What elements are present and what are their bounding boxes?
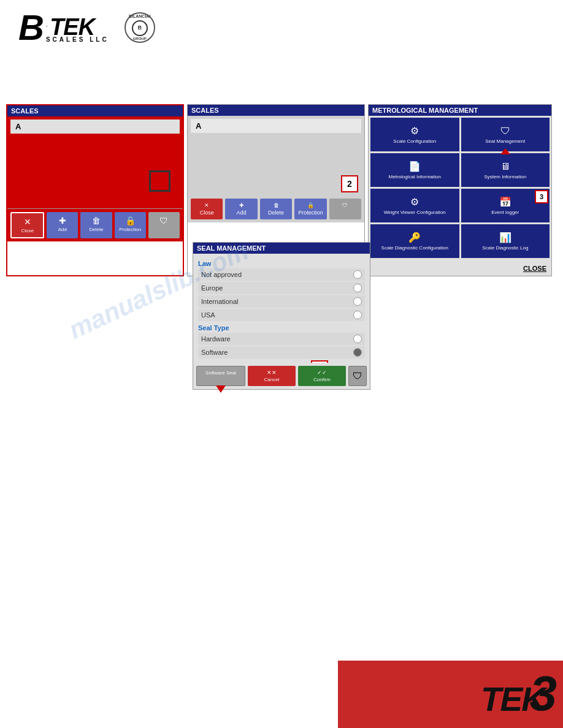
close-icon-mid	[204, 202, 209, 208]
add-icon	[59, 216, 66, 226]
shield-icon-metro	[500, 126, 510, 137]
scales-left-list: A	[7, 116, 183, 208]
scales-left-red	[10, 134, 180, 198]
metro-scale-config-btn[interactable]: Scale Configuration	[370, 118, 459, 151]
logo-dash: ·	[46, 23, 48, 29]
scales-left-close-btn[interactable]: Close	[10, 212, 44, 238]
panel-metro: METROLOGICAL MANAGEMENT Scale Configurat…	[368, 104, 552, 276]
scales-mid-header: SCALES	[188, 105, 364, 116]
seal-shield-icon: 🛡	[353, 371, 362, 381]
scale-config-label: Scale Configuration	[393, 138, 436, 144]
scales-mid-toolbar: Close Add Delete Protection	[188, 195, 364, 222]
seal-body: Law Not approved Europe International US…	[193, 254, 370, 363]
bilanciai-icon: B	[132, 20, 148, 36]
lock-icon	[125, 216, 136, 226]
seal-header: SEAL MANAGEMENT	[193, 243, 370, 254]
cancel-label: Cancel	[264, 377, 280, 382]
close-label: Close	[21, 228, 33, 233]
seal-not-approved-label: Not approved	[201, 271, 242, 278]
seal-europe-radio[interactable]	[353, 284, 362, 292]
close-icon	[24, 217, 31, 227]
header: B · TEK SCALES LLC BILANCIAI B GROUP	[18, 12, 155, 43]
seal-usa-radio[interactable]	[353, 311, 362, 319]
scales-left-item-a[interactable]: A	[10, 119, 180, 134]
arrow-up-icon	[500, 148, 510, 154]
bilanciai-text: BILANCIAI	[129, 14, 150, 19]
info-icon: 📄	[408, 161, 421, 172]
seal-software-label: Software	[201, 349, 228, 356]
scales-mid-shield-btn[interactable]	[329, 199, 361, 219]
metro-info-label: Metrological Information	[389, 174, 441, 180]
bilanciai-group: GROUP	[129, 37, 150, 41]
add-label: Add	[58, 227, 67, 232]
software-seal-btn[interactable]: Software Seal	[196, 366, 245, 386]
shield-icon	[159, 216, 168, 226]
seal-law-europe: Europe	[198, 282, 365, 294]
close-label-mid: Close	[200, 210, 214, 216]
seal-mgmt-label: Seal Management	[485, 138, 525, 144]
software-seal-label: Software Seal	[205, 370, 236, 376]
seal-international-label: International	[201, 298, 239, 305]
metro-close-btn[interactable]: CLOSE	[523, 265, 546, 272]
scales-mid-delete-btn[interactable]: Delete	[260, 199, 292, 219]
logo-b: B	[18, 12, 44, 42]
event-logger-icon: 📅	[499, 196, 511, 208]
metro-sys-info-btn[interactable]: 🖥 System Information	[461, 153, 550, 187]
metro-event-logger-btn[interactable]: 📅 Event logger 3	[461, 189, 550, 222]
lock-icon-mid	[307, 202, 314, 208]
scales-left-delete-btn[interactable]: Delete	[80, 212, 112, 238]
metro-weight-viewer-btn[interactable]: ⚙ Weight Viewer Configuration	[370, 189, 459, 222]
metro-scale-diag-config-btn[interactable]: 🔑 Scale Diagnostic Configuration	[370, 224, 459, 258]
confirm-label: Confirm	[313, 377, 331, 382]
metro-scale-diag-log-btn[interactable]: 📊 Scale Diagnostic Log	[461, 224, 550, 258]
footer-3-text: 3	[530, 665, 557, 722]
logo-bilanciai: BILANCIAI B GROUP	[124, 12, 155, 43]
seal-software-row: Software	[198, 346, 365, 358]
sys-info-icon: 🖥	[500, 161, 510, 172]
metro-seal-mgmt-btn[interactable]: Seal Management	[461, 118, 550, 151]
delete-label-mid: Delete	[268, 210, 284, 216]
scale-diag-log-icon: 📊	[499, 232, 511, 243]
logo-btek: B · TEK SCALES LLC	[18, 12, 109, 42]
seal-software-radio[interactable]	[353, 348, 362, 357]
metro-metro-info-btn[interactable]: 📄 Metrological Information	[370, 153, 459, 187]
protection-label-mid: Protection	[298, 210, 323, 216]
step-badge-3: 3	[535, 190, 548, 203]
add-label-mid: Add	[237, 210, 247, 216]
delete-icon-mid	[274, 202, 279, 208]
seal-hardware-radio[interactable]	[353, 335, 362, 343]
seal-confirm-btn[interactable]: ✓ Confirm	[298, 366, 346, 386]
seal-international-radio[interactable]	[353, 297, 362, 306]
event-logger-label: Event logger	[491, 210, 519, 215]
scales-mid-protection-btn[interactable]: Protection	[294, 199, 326, 219]
metro-close-area: CLOSE	[369, 260, 551, 276]
scales-left-protection-btn[interactable]: Protection	[115, 212, 146, 238]
cancel-icon: ✕	[267, 370, 277, 376]
gear-icon	[410, 125, 419, 137]
seal-cancel-btn[interactable]: ✕ Cancel	[248, 366, 296, 386]
step-badge-2: 2	[341, 175, 358, 192]
arrow-down-seal-icon	[216, 385, 226, 393]
seal-law-usa: USA	[198, 309, 365, 321]
scales-left-shield-btn[interactable]	[148, 212, 180, 238]
seal-law-not-approved: Not approved	[198, 268, 365, 281]
logo-scales-llc: SCALES LLC	[46, 36, 109, 43]
weight-viewer-icon: ⚙	[410, 196, 419, 208]
footer-logo: TEK 3	[481, 680, 545, 719]
scales-mid-body: A 2	[188, 116, 364, 195]
scales-mid-close-btn[interactable]: Close	[191, 199, 223, 219]
seal-footer: Software Seal ✕ Cancel ✓ Confirm 🛡	[193, 363, 370, 389]
scales-left-add-btn[interactable]: Add	[47, 212, 78, 238]
scales-left-header: SCALES	[7, 105, 183, 116]
confirm-icon: ✓	[317, 370, 327, 376]
scales-mid-list-wrapper: A	[188, 116, 364, 136]
seal-hardware-label: Hardware	[201, 335, 231, 343]
scales-mid-item-a[interactable]: A	[191, 119, 361, 133]
seal-usa-label: USA	[201, 311, 215, 319]
seal-not-approved-radio[interactable]	[353, 270, 362, 279]
seal-europe-label: Europe	[201, 284, 223, 292]
seal-shield-btn[interactable]: 🛡	[348, 366, 367, 386]
scales-mid-add-btn[interactable]: Add	[225, 199, 257, 219]
metro-header: METROLOGICAL MANAGEMENT	[369, 105, 551, 116]
footer: TEK 3	[0, 661, 563, 728]
